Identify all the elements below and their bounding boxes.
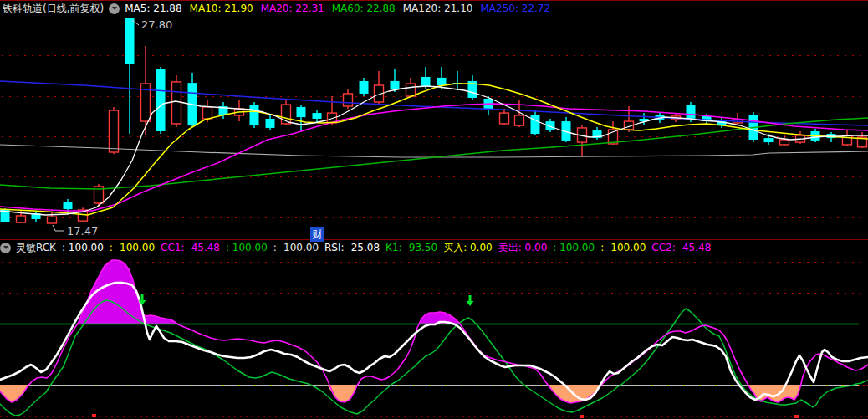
- magenta-fill: [78, 260, 177, 324]
- orange-fill: [0, 385, 28, 402]
- indicator-legend-item: : 100.00: [62, 242, 104, 253]
- indicator-legend-item: : 100.00: [553, 242, 595, 253]
- sell-arrow-icon: [467, 295, 474, 306]
- indicator-legend-item: : -100.00: [110, 242, 155, 253]
- indicator-legend-item: 卖出: 0.00: [498, 242, 548, 253]
- indicator-legend-item: CC2: -45.48: [651, 242, 711, 253]
- ma-legend-item: MA5: 21.88: [125, 3, 181, 14]
- buy-marker-dot: [92, 414, 96, 417]
- high-price-label: 27.80: [141, 18, 172, 31]
- charts-canvas[interactable]: 27.8017.47: [0, 0, 868, 419]
- logo-watermark: 财: [310, 227, 324, 242]
- indicator-name: 灵敏RCK: [16, 243, 56, 253]
- collapse-indicator-button[interactable]: [0, 243, 11, 253]
- ma-legend-item: MA120: 21.10: [403, 3, 473, 14]
- series-line: [0, 145, 868, 157]
- collapse-main-chart-button[interactable]: [109, 3, 120, 14]
- low-price-label: 17.47: [67, 225, 98, 238]
- indicator-legend-item: RSI: -25.08: [324, 242, 380, 253]
- indicator-legend-item: CC1: -45.48: [161, 242, 220, 253]
- main-chart-header: 铁科轨道(日线,前复权) MA5: 21.88MA10: 21.90MA20: …: [0, 2, 868, 15]
- ma-legend: MA5: 21.88MA10: 21.90MA20: 22.31MA60: 22…: [125, 3, 558, 13]
- chart-title: 铁科轨道(日线,前复权): [3, 3, 104, 13]
- indicator-header: 灵敏RCK : 100.00: -100.00CC1: -45.48: 100.…: [0, 241, 868, 254]
- indicator-legend-item: : -100.00: [273, 242, 319, 253]
- chevron-down-icon: [3, 246, 8, 249]
- candles-group: [1, 18, 867, 223]
- ma-legend-item: MA60: 22.88: [332, 3, 396, 14]
- buy-marker-dot: [794, 415, 799, 418]
- indicator-legend: : 100.00: -100.00CC1: -45.48: 100.00: -1…: [62, 243, 717, 253]
- indicator-legend-item: 买入: 0.00: [443, 242, 493, 253]
- indicator-legend-item: K1: -93.50: [385, 242, 437, 253]
- indicator-legend-item: : -100.00: [600, 242, 646, 253]
- ma-legend-item: MA10: 21.90: [190, 3, 253, 14]
- ma-legend-item: MA20: 22.31: [261, 3, 324, 14]
- chevron-down-icon: [112, 7, 117, 10]
- buy-marker-dot: [580, 415, 584, 418]
- app-window: 27.8017.47 铁科轨道(日线,前复权) MA5: 21.88MA10: …: [0, 0, 868, 419]
- ma-legend-item: MA250: 22.72: [480, 3, 550, 14]
- indicator-legend-item: : 100.00: [226, 242, 268, 253]
- low-arrow: [53, 225, 64, 231]
